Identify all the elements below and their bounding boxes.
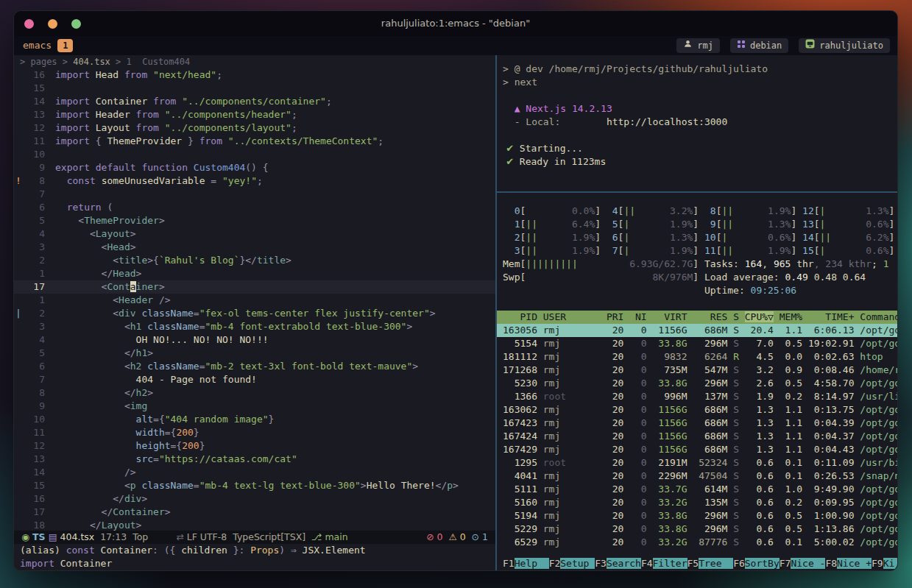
column-header-time[interactable]: TIME+ [808, 311, 855, 322]
htop-process-list[interactable]: 163056 rmj 20 0 1156G 686M S 20.4 1.1 6:… [497, 324, 897, 557]
code-line[interactable]: 18 </Layout> [14, 519, 495, 531]
modeline-seg: TypeScript[TSX] [233, 531, 311, 542]
code-token: "fex-ol tems-center flex justify-center" [199, 308, 430, 319]
column-header-res[interactable]: RES [693, 311, 727, 322]
process-row[interactable]: 6529 rmj 20 0 33.2G 87776 S 0.6 0.1 5:00… [497, 536, 897, 549]
fkey-f2[interactable]: F2Setup [549, 558, 595, 569]
code-line[interactable]: 12import Layout from "../components/layo… [14, 121, 495, 135]
line-number: 5 [23, 347, 45, 360]
fkey-f5[interactable]: F5Tree [687, 558, 734, 569]
fkey-f4[interactable]: F4Filter [641, 558, 687, 569]
code-line[interactable]: 3 <h1 className="mb-4 font-extrabold tex… [14, 320, 495, 333]
code-line[interactable]: 5 <ThemeProvider> [14, 214, 495, 227]
process-row[interactable]: 5160 rmj 20 0 33.2G 135M S 0.6 0.2 0:09.… [497, 496, 897, 509]
column-header-s[interactable]: S [733, 311, 739, 322]
process-row[interactable]: 163062 rmj 20 0 1156G 686M S 1.3 1.1 0:1… [497, 403, 897, 417]
process-row[interactable]: 171268 rmj 20 0 735M 547M S 3.2 0.9 0:08… [497, 364, 897, 377]
code-line[interactable]: 6 return ( [14, 201, 495, 214]
window-titlebar[interactable]: rahuljuliato:1:emacs - "debian" [14, 11, 897, 36]
code-line[interactable]: 15 <p className="mb-4 text-lg text-blue-… [14, 479, 495, 492]
code-line[interactable]: 13import Header from "../components/head… [14, 108, 495, 121]
process-cell: 9:49.90 [808, 483, 855, 495]
process-row[interactable]: 5230 rmj 20 0 33.8G 296M S 2.6 0.5 4:58.… [497, 377, 897, 390]
fkey-f3[interactable]: F3Search [595, 558, 641, 569]
fkey-f7[interactable]: F7Nice - [780, 558, 826, 569]
code-line[interactable]: 4 OH NO!... NO! NO! NO!!! [14, 333, 495, 347]
code-line[interactable]: 11import { ThemeProvider } from "../cont… [14, 135, 495, 148]
code-line[interactable]: 3 <Head> [14, 241, 495, 254]
fkey-f9[interactable]: F9Ki [872, 558, 897, 569]
cpu-meter-id: 2 [503, 232, 520, 243]
column-header-command[interactable]: Command [860, 311, 897, 322]
code-line[interactable]: |2 <div className="fex-ol tems-center fl… [14, 307, 495, 320]
column-header-pid[interactable]: PID [503, 311, 537, 322]
process-row[interactable]: 1366 root 20 0 996M 137M S 1.9 0.2 8:14.… [497, 390, 897, 403]
gutter-fringe [14, 95, 23, 108]
gap [537, 510, 543, 521]
code-line[interactable]: 16import Head from "next/head"; [14, 68, 495, 82]
htop-function-keys: F1Help F2Setup F3SearchF4FilterF5Tree F6… [497, 557, 897, 570]
column-header-mem[interactable]: MEM% [780, 311, 802, 322]
code-line[interactable]: 7 [14, 188, 495, 201]
process-cell: /opt/go [860, 338, 897, 349]
code-line[interactable]: 9 <img [14, 400, 495, 413]
code-line[interactable]: 16 </div> [14, 492, 495, 506]
code-token: "mb-4 text-lg text-blue-300" [199, 480, 361, 491]
spacer [733, 219, 768, 230]
process-row[interactable]: 163056 rmj 20 0 1156G 686M S 20.4 1.1 6:… [497, 324, 897, 337]
tmux-window-tab[interactable]: emacs 1 [21, 36, 73, 55]
code-line[interactable]: 17 </Container> [14, 506, 495, 519]
right-pane-column: > @ dev /home/rmj/Projects/github/rahulj… [497, 55, 897, 570]
column-header-cpu[interactable]: CPU%▽ [745, 311, 774, 322]
column-header-user[interactable]: USER [543, 311, 601, 322]
code-line[interactable]: 15 [14, 82, 495, 95]
code-line[interactable]: !8 const someUnusedVariable = "yey!"; [14, 174, 495, 188]
process-row[interactable]: 5154 rmj 20 0 33.8G 296M S 7.0 0.5 19:02… [497, 337, 897, 350]
gap [739, 444, 745, 455]
process-row[interactable]: 181112 rmj 20 0 9832 6264 R 4.5 0.0 0:02… [497, 350, 897, 364]
gutter-fringe [14, 506, 23, 519]
column-header-ni[interactable]: NI [629, 311, 646, 322]
code-line[interactable]: 1 </Head> [14, 267, 495, 280]
code-line[interactable]: 17 <Container> [14, 280, 495, 294]
gap [727, 497, 733, 508]
code-line[interactable]: 9export default function Custom404() { [14, 161, 495, 174]
code-line[interactable]: 13 src="https://cataas.com/cat" [14, 453, 495, 466]
modeline[interactable]: ◉ TS ▤ 404.tsx 17:13 Top ⇄ LF UTF-8 Type… [14, 531, 495, 544]
code-line[interactable]: 7 404 - Page not found! [14, 373, 495, 386]
code-token: ; [216, 69, 222, 80]
column-header-pri[interactable]: PRI [607, 311, 623, 322]
cpu-meter-bracket: ] [595, 245, 601, 256]
code-line[interactable]: 6 <h2 className="mb-2 text-3xl font-bold… [14, 360, 495, 373]
code-area[interactable]: 16import Head from "next/head"; 15 14imp… [14, 68, 495, 531]
process-row[interactable]: 5194 rmj 20 0 33.8G 296M S 0.6 0.5 1:00.… [497, 509, 897, 523]
column-header-virt[interactable]: VIRT [653, 311, 687, 322]
code-line[interactable]: 5 </h1> [14, 347, 495, 360]
code-line[interactable]: 11 width={200} [14, 426, 495, 439]
code-line[interactable]: 14 /> [14, 466, 495, 479]
code-line[interactable]: 14import Container from "../components/c… [14, 95, 495, 108]
process-row[interactable]: 1295 root 20 0 2191M 52324 S 0.6 0.1 0:1… [497, 456, 897, 470]
code-line[interactable]: 8 </h2> [14, 386, 495, 400]
code-line[interactable]: 2 <title>{`Rahul's Blog`}</title> [14, 254, 495, 267]
process-row[interactable]: 5111 rmj 20 0 33.7G 614M S 0.6 1.0 9:49.… [497, 483, 897, 496]
code-line[interactable]: 10 [14, 148, 495, 161]
process-row[interactable]: 167424 rmj 20 0 1156G 686M S 1.3 1.1 0:0… [497, 430, 897, 443]
fkey-f6[interactable]: F6SortBy [733, 558, 780, 569]
fkey-f1[interactable]: F1Help [503, 558, 549, 569]
code-line[interactable]: 1 <Header /> [14, 294, 495, 307]
process-cell: 0.6 [745, 483, 774, 495]
process-row[interactable]: 167423 rmj 20 0 1156G 686M S 1.3 1.1 0:0… [497, 417, 897, 430]
terminal-pane[interactable]: > @ dev /home/rmj/Projects/github/rahulj… [497, 55, 897, 191]
fkey-f8[interactable]: F8Nice + [825, 558, 872, 569]
process-cell: S [733, 483, 739, 495]
code-line[interactable]: 10 alt={"404 random image"} [14, 413, 495, 426]
code-line[interactable]: 4 <Layout> [14, 227, 495, 241]
process-row[interactable]: 167429 rmj 20 0 1156G 686M S 1.3 1.1 0:0… [497, 443, 897, 456]
process-row[interactable]: 4041 rmj 20 0 2296M 47504 S 0.6 0.1 0:26… [497, 470, 897, 483]
process-row[interactable]: 5229 rmj 20 0 33.8G 296M S 0.6 0.5 1:13.… [497, 523, 897, 536]
code-token: return [67, 202, 107, 213]
code-line[interactable]: 12 height={200} [14, 439, 495, 453]
echo-area: (alias) const Container: ({ children }: … [14, 544, 495, 570]
breadcrumb[interactable]: > pages > 404.tsx > 1 Custom404 [14, 55, 495, 68]
